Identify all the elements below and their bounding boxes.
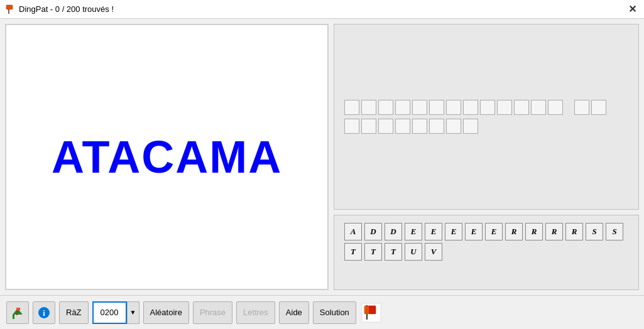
letter-tile-9[interactable]: R [525,223,543,240]
cell-1-12 [531,100,546,115]
cell-2-7 [446,119,461,134]
cell-1-5 [412,100,427,115]
title-bar: DingPat - 0 / 200 trouvés ! ✕ [0,0,644,19]
cell-1-9 [480,100,495,115]
lettres-button[interactable]: Lettres [236,301,275,324]
cell-1-15 [591,100,606,115]
cell-1-4 [395,100,410,115]
info-button[interactable]: i [33,301,55,324]
cell-1-7 [446,100,461,115]
aide-button[interactable]: Aide [279,301,309,324]
cell-1-13 [548,100,563,115]
letter-tile-12[interactable]: S [586,223,603,240]
word-row-2 [344,119,628,134]
letter-tile-8[interactable]: R [505,223,523,240]
main-content: ATACAMA [0,19,644,295]
letter-tile-15[interactable]: T [364,243,382,261]
letter-tile-11[interactable]: R [565,223,583,240]
svg-rect-3 [13,315,14,319]
cell-2-5 [412,119,427,134]
cell-1-11 [514,100,529,115]
cell-2-2 [361,119,376,134]
cell-1-3 [378,100,393,115]
cell-1-6 [429,100,444,115]
exit-icon [11,306,25,320]
raz-button[interactable]: RàZ [59,301,89,324]
right-panel: ADDEEEEERRRRSSTTTUV [334,24,639,290]
app-logo-svg [361,302,382,323]
letters-area: ADDEEEEERRRRSSTTTUV [334,215,639,290]
count-input[interactable] [92,301,127,324]
svg-rect-0 [6,5,13,9]
cell-2-8 [463,119,478,134]
solution-button[interactable]: Solution [313,301,356,324]
letter-tile-0[interactable]: A [344,223,362,240]
title-bar-title: DingPat - 0 / 200 trouvés ! [19,4,114,14]
letter-tile-3[interactable]: E [405,223,422,240]
cell-2-1 [344,119,359,134]
aleatoire-button[interactable]: Aléatoire [143,301,189,324]
cell-1-8 [463,100,478,115]
count-dropdown-arrow[interactable]: ▼ [127,301,139,324]
cell-1-14 [574,100,589,115]
cell-1-10 [497,100,512,115]
app-icon [5,4,15,14]
letter-tile-16[interactable]: T [385,243,402,261]
word-grid-area [334,24,639,210]
letter-tile-13[interactable]: S [606,223,623,240]
title-bar-left: DingPat - 0 / 200 trouvés ! [5,4,114,14]
letter-tile-10[interactable]: R [545,223,563,240]
letter-tile-5[interactable]: E [445,223,462,240]
letter-tile-6[interactable]: E [465,223,483,240]
phrase-button[interactable]: Phrase [193,301,232,324]
image-panel: ATACAMA [5,24,329,290]
close-button[interactable]: ✕ [626,4,639,14]
cell-2-4 [395,119,410,134]
svg-rect-13 [364,306,369,314]
exit-button[interactable] [6,301,29,324]
letter-tile-4[interactable]: E [425,223,442,240]
letter-tile-1[interactable]: D [364,223,382,240]
toolbar: i RàZ ▼ Aléatoire Phrase Lettres Aide So… [0,295,644,329]
cell-2-3 [378,119,393,134]
letter-tile-17[interactable]: U [405,243,422,261]
displayed-word: ATACAMA [52,131,282,183]
letter-tile-2[interactable]: D [385,223,402,240]
logo-icon [360,301,383,324]
cell-2-6 [429,119,444,134]
word-row-1 [344,100,628,115]
info-icon: i [37,306,51,320]
svg-rect-6 [16,308,20,310]
count-dropdown-group: ▼ [92,301,139,324]
svg-text:i: i [43,308,45,318]
cell-1-1 [344,100,359,115]
letter-tile-7[interactable]: E [485,223,503,240]
letters-grid: ADDEEEEERRRRSSTTTUV [344,223,628,261]
row-spacer [565,100,572,115]
cell-1-2 [361,100,376,115]
letter-tile-18[interactable]: V [425,243,442,261]
letter-tile-14[interactable]: T [344,243,362,261]
